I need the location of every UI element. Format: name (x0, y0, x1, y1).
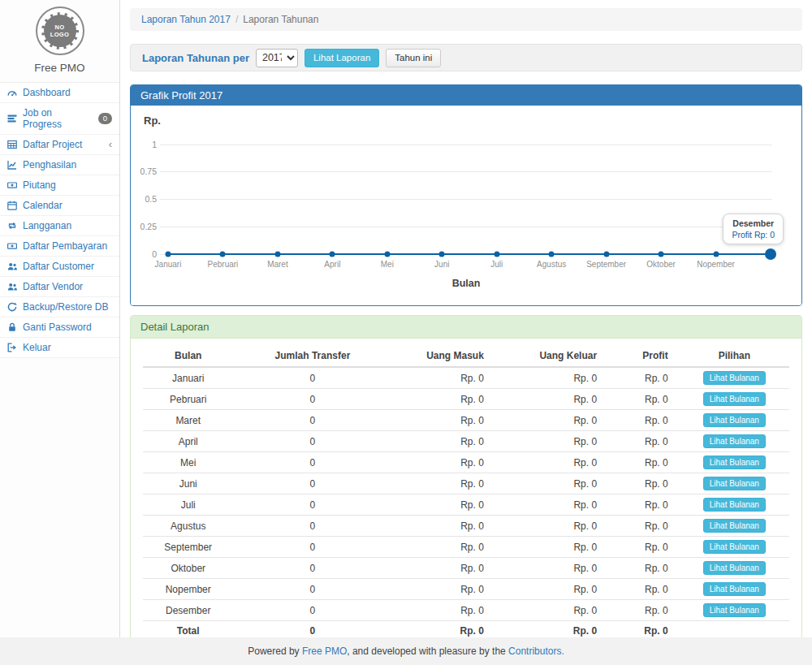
sidebar-item-daftar-project[interactable]: Daftar Project‹ (0, 135, 119, 155)
y-tick: 0.5 (131, 194, 157, 204)
cell-jumlah-transfer: 0 (233, 452, 391, 473)
chart-point-januari[interactable] (166, 252, 171, 257)
cell-uang-keluar: Rp. 0 (495, 452, 608, 473)
sidebar-item-calendar[interactable]: Calendar (0, 196, 119, 216)
breadcrumb-link[interactable]: Laporan Tahun 2017 (141, 14, 231, 25)
sidebar-item-label: Langganan (23, 220, 71, 231)
chart-point-mei[interactable] (384, 252, 390, 257)
cell-bulan: Mei (143, 452, 233, 473)
sidebar-item-job-on-progress[interactable]: Job on Progress0 (0, 103, 119, 135)
chart-point-nopember[interactable] (713, 252, 719, 257)
sidebar-item-label: Calendar (23, 200, 63, 211)
cell-pilihan: Lihat Bulanan (680, 579, 789, 600)
view-monthly-button[interactable]: Lihat Bulanan (703, 561, 766, 575)
view-monthly-button[interactable]: Lihat Bulanan (703, 477, 766, 490)
view-monthly-button[interactable]: Lihat Bulanan (703, 413, 766, 427)
view-monthly-button[interactable]: Lihat Bulanan (703, 582, 766, 596)
sidebar-item-keluar[interactable]: Keluar (0, 338, 119, 358)
chart-point-maret[interactable] (274, 252, 280, 257)
chart-point-juli[interactable] (494, 252, 499, 257)
detail-panel-title: Detail Laporan (131, 316, 801, 339)
cell-jumlah-transfer: 0 (233, 389, 391, 410)
breadcrumb-separator: / (235, 14, 238, 25)
view-monthly-button[interactable]: Lihat Bulanan (703, 498, 766, 512)
view-monthly-button[interactable]: Lihat Bulanan (703, 456, 766, 469)
view-monthly-button[interactable]: Lihat Bulanan (703, 540, 766, 554)
view-monthly-button[interactable]: Lihat Bulanan (703, 392, 766, 406)
logo-ring: NO LOGO (36, 6, 84, 55)
cell-jumlah-transfer: 0 (233, 516, 391, 537)
chart-point-desember[interactable] (765, 248, 776, 260)
header-bulan: Bulan (143, 345, 233, 367)
chart-tooltip: Desember Profit Rp: 0 (723, 214, 784, 244)
cell-bulan: April (143, 431, 233, 452)
monthly-report-table: Bulan Jumlah Transfer Uang Masuk Uang Ke… (143, 345, 789, 641)
breadcrumb: Laporan Tahun 2017/Laporan Tahunan (130, 8, 802, 31)
sidebar-item-backup-restore-db[interactable]: Backup/Restore DB (0, 297, 119, 317)
chart-point-juni[interactable] (439, 252, 445, 257)
chart-point-april[interactable] (330, 252, 335, 257)
cell-pilihan: Lihat Bulanan (680, 389, 789, 410)
cell-bulan: Agustus (143, 516, 233, 537)
cell-uang-masuk: Rp. 0 (391, 558, 495, 579)
users-icon (7, 282, 17, 291)
filter-label: Laporan Tahunan per (142, 52, 249, 64)
sidebar-item-ganti-password[interactable]: Ganti Password (0, 317, 119, 338)
sidebar-item-daftar-vendor[interactable]: Daftar Vendor (0, 277, 119, 297)
chart-plot-area: JanuariPebruariMaretAprilMeiJuniJuliAgus… (168, 106, 771, 305)
retweet-icon (7, 221, 17, 231)
y-tick: 0 (131, 249, 157, 259)
cell-pilihan: Lihat Bulanan (680, 516, 789, 537)
chart-point-agustus[interactable] (549, 252, 555, 257)
table-row: April0Rp. 0Rp. 0Rp. 0Lihat Bulanan (143, 431, 789, 452)
sidebar-item-daftar-customer[interactable]: Daftar Customer (0, 257, 119, 277)
cell-profit: Rp. 0 (608, 431, 680, 452)
footer-text: Powered by Free PMO, and developed with … (248, 646, 564, 657)
table-row: Januari0Rp. 0Rp. 0Rp. 0Lihat Bulanan (143, 367, 789, 389)
sidebar-item-label: Keluar (23, 342, 51, 353)
view-monthly-button[interactable]: Lihat Bulanan (703, 519, 766, 533)
cell-pilihan: Lihat Bulanan (680, 367, 789, 389)
sidebar-item-piutang[interactable]: Piutang (0, 175, 119, 196)
cell-uang-masuk: Rp. 0 (391, 600, 495, 621)
table-row: September0Rp. 0Rp. 0Rp. 0Lihat Bulanan (143, 537, 789, 558)
cell-jumlah-transfer: 0 (233, 558, 391, 579)
year-select[interactable]: 2017 (256, 49, 298, 67)
sidebar-item-langganan[interactable]: Langganan (0, 216, 119, 236)
sidebar-nav: DashboardJob on Progress0Daftar Project‹… (0, 82, 119, 358)
footer-link-contributors[interactable]: Contributors. (508, 646, 564, 657)
cell-pilihan: Lihat Bulanan (680, 537, 789, 558)
chart-point-pebruari[interactable] (220, 252, 226, 257)
y-tick: 0.25 (131, 222, 157, 231)
tasks-icon (7, 114, 17, 123)
view-report-button[interactable]: Lihat Laporan (304, 49, 379, 67)
cell-bulan: Juni (143, 473, 233, 494)
cell-pilihan: Lihat Bulanan (680, 600, 789, 621)
table-row: Juni0Rp. 0Rp. 0Rp. 0Lihat Bulanan (143, 473, 789, 494)
cell-pilihan: Lihat Bulanan (680, 452, 789, 473)
cell-profit: Rp. 0 (608, 389, 680, 410)
sidebar-item-daftar-pembayaran[interactable]: Daftar Pembayaran (0, 236, 119, 257)
footer-link-freepmo[interactable]: Free PMO (302, 646, 347, 657)
view-monthly-button[interactable]: Lihat Bulanan (703, 603, 766, 617)
chart-y-axis-label: Rp. (144, 114, 161, 127)
sidebar-item-penghasilan[interactable]: Penghasilan (0, 155, 119, 175)
sidebar-item-label: Job on Progress (23, 107, 93, 130)
money-icon (7, 180, 17, 190)
cell-pilihan: Lihat Bulanan (680, 494, 789, 516)
cell-pilihan: Lihat Bulanan (680, 473, 789, 494)
cell-bulan: Januari (143, 367, 233, 389)
sidebar-item-dashboard[interactable]: Dashboard (0, 83, 119, 103)
chart-point-oktober[interactable] (659, 252, 664, 257)
view-monthly-button[interactable]: Lihat Bulanan (703, 371, 766, 385)
view-monthly-button[interactable]: Lihat Bulanan (703, 434, 766, 448)
cell-jumlah-transfer: 0 (233, 473, 391, 494)
cell-uang-keluar: Rp. 0 (495, 473, 608, 494)
cell-bulan: Juli (143, 494, 233, 516)
chart-x-axis-label: Bulan (160, 278, 772, 289)
this-year-button[interactable]: Tahun ini (386, 49, 441, 67)
chart-point-september[interactable] (603, 252, 609, 257)
cell-uang-masuk: Rp. 0 (391, 473, 495, 494)
table-icon (7, 140, 17, 149)
header-profit: Profit (608, 345, 680, 367)
